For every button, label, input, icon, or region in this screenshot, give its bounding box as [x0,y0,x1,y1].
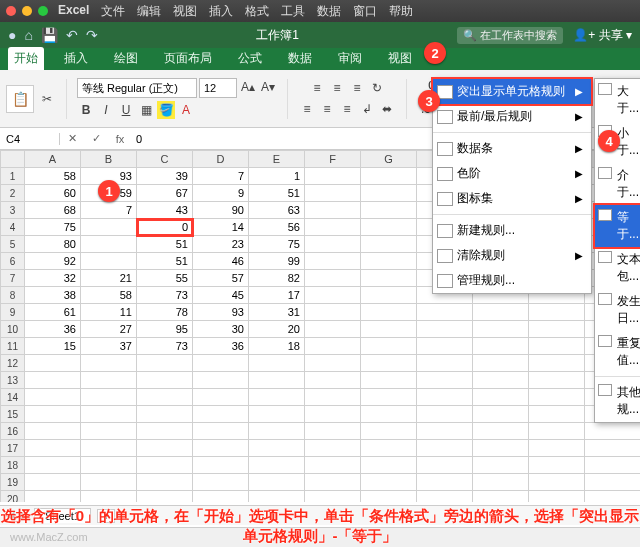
col-header[interactable]: D [193,151,249,168]
cell[interactable]: 38 [25,287,81,304]
cell[interactable] [249,372,305,389]
cell[interactable] [81,372,137,389]
cut-icon[interactable]: ✂ [38,90,56,108]
cell[interactable] [25,355,81,372]
cell[interactable] [473,474,529,491]
cell[interactable] [361,372,417,389]
cell[interactable] [305,236,361,253]
cell[interactable]: 30 [193,321,249,338]
cell[interactable]: 17 [249,287,305,304]
cell[interactable]: 39 [137,168,193,185]
cell[interactable] [137,457,193,474]
align-center-icon[interactable]: ≡ [318,100,336,118]
cell[interactable] [529,491,585,503]
cell[interactable]: 1 [249,168,305,185]
menu-tools[interactable]: 工具 [281,3,305,20]
cell[interactable] [585,440,641,457]
align-right-icon[interactable]: ≡ [338,100,356,118]
cell[interactable] [473,355,529,372]
menu-item[interactable]: 管理规则... [433,268,591,293]
cell[interactable] [473,321,529,338]
cell[interactable] [529,440,585,457]
cell[interactable] [25,491,81,503]
submenu-item[interactable]: 介于... [595,163,640,205]
cell[interactable] [529,423,585,440]
cell[interactable] [361,338,417,355]
search-box[interactable]: 🔍 在工作表中搜索 [457,27,563,44]
wrap-icon[interactable]: ↲ [358,100,376,118]
app-menus[interactable]: Excel 文件 编辑 视图 插入 格式 工具 数据 窗口 帮助 [58,3,413,20]
grow-font-icon[interactable]: A▴ [239,78,257,96]
font-select[interactable] [77,78,197,98]
cell[interactable]: 18 [249,338,305,355]
cell[interactable] [417,440,473,457]
cell[interactable] [25,457,81,474]
cell[interactable]: 51 [137,253,193,270]
cell[interactable] [193,372,249,389]
cell[interactable] [417,491,473,503]
cell[interactable] [361,202,417,219]
cell[interactable] [249,440,305,457]
cell[interactable] [473,423,529,440]
align-top-icon[interactable]: ≡ [308,79,326,97]
undo-icon[interactable]: ↶ [66,27,78,43]
menu-item[interactable]: 图标集▶ [433,186,591,211]
orientation-icon[interactable]: ↻ [368,79,386,97]
cell[interactable]: 7 [193,168,249,185]
cell[interactable] [249,389,305,406]
col-header[interactable]: B [81,151,137,168]
row-header[interactable]: 7 [1,270,25,287]
cell[interactable]: 36 [193,338,249,355]
tab-formula[interactable]: 公式 [232,47,268,70]
merge-icon[interactable]: ⬌ [378,100,396,118]
cell[interactable] [81,474,137,491]
cell[interactable]: 57 [193,270,249,287]
cell[interactable]: 37 [81,338,137,355]
fx-icon[interactable]: fx [108,133,132,145]
cell[interactable] [361,168,417,185]
tab-review[interactable]: 审阅 [332,47,368,70]
cell[interactable]: 51 [249,185,305,202]
cell[interactable]: 11 [81,304,137,321]
row-header[interactable]: 15 [1,406,25,423]
cell[interactable] [529,406,585,423]
menu-window[interactable]: 窗口 [353,3,377,20]
cell[interactable] [361,457,417,474]
cell[interactable] [81,491,137,503]
row-header[interactable]: 5 [1,236,25,253]
cell[interactable] [193,423,249,440]
cell[interactable] [305,253,361,270]
cell[interactable]: 9 [193,185,249,202]
row-header[interactable]: 16 [1,423,25,440]
cell[interactable] [585,423,641,440]
cell[interactable] [137,491,193,503]
cell[interactable] [81,355,137,372]
cell[interactable] [473,372,529,389]
cell[interactable] [473,440,529,457]
cell[interactable] [305,474,361,491]
tab-layout[interactable]: 页面布局 [158,47,218,70]
cell[interactable] [361,474,417,491]
row-header[interactable]: 19 [1,474,25,491]
menu-edit[interactable]: 编辑 [137,3,161,20]
close-icon[interactable] [6,6,16,16]
italic-button[interactable]: I [97,101,115,119]
conditional-format-menu[interactable]: 突出显示单元格规则▶最前/最后规则▶数据条▶色阶▶图标集▶新建规则...清除规则… [432,78,592,294]
menu-item[interactable]: 最前/最后规则▶ [433,104,591,129]
cell[interactable] [417,406,473,423]
cell[interactable]: 27 [81,321,137,338]
cell[interactable] [193,474,249,491]
cell[interactable]: 73 [137,287,193,304]
cell[interactable] [417,321,473,338]
cell[interactable] [137,372,193,389]
cell[interactable]: 78 [137,304,193,321]
cell[interactable] [305,372,361,389]
cell[interactable]: 60 [25,185,81,202]
cell[interactable] [417,355,473,372]
font-size[interactable] [199,78,237,98]
cell[interactable]: 73 [137,338,193,355]
cell[interactable]: 63 [249,202,305,219]
cell[interactable] [417,423,473,440]
row-header[interactable]: 8 [1,287,25,304]
cell[interactable] [81,219,137,236]
